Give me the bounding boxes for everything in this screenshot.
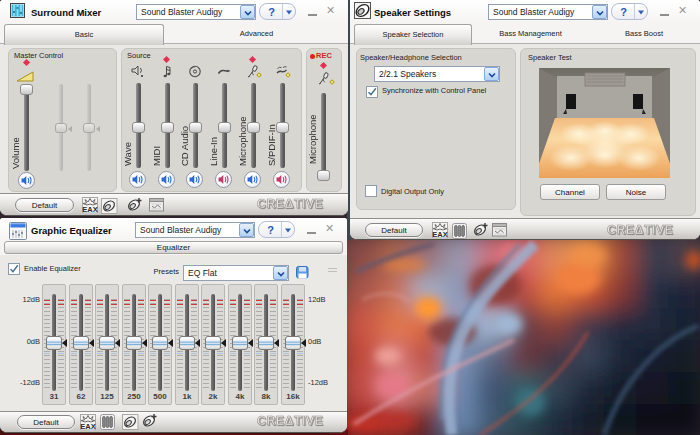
svg-text:EAX: EAX [80,422,95,430]
svg-text:EAX: EAX [432,230,447,238]
svg-text:EAX: EAX [82,205,97,213]
